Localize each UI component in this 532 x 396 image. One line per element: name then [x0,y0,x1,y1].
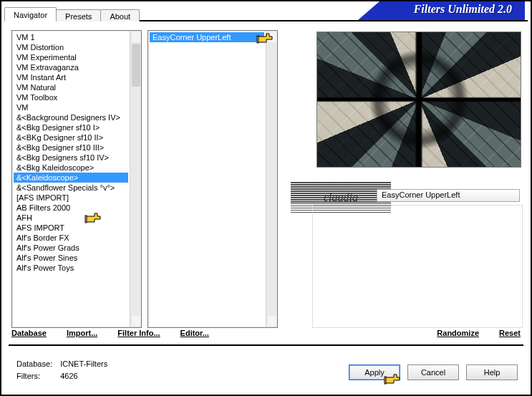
list-item[interactable]: VM Experimental [14,52,128,62]
filter-info-link[interactable]: Filter Info... [117,329,160,337]
scrollbar-vertical[interactable] [130,31,141,327]
list-item[interactable]: &<Background Designers IV> [14,112,128,122]
list-item[interactable]: Alf's Border FX [14,233,128,243]
action-link-row: Database Import... Filter Info... Editor… [11,324,521,342]
list-item[interactable]: &<Bkg Designer sf10 III> [14,143,128,153]
list-item[interactable]: [AFS IMPORT] [14,193,128,203]
list-item[interactable]: VM Toolbox [14,92,128,102]
list-item[interactable]: VM Natural [14,82,128,92]
divider-bottom [9,344,523,346]
pointer-hand-icon [84,210,107,226]
preview-kaleidoscope [317,32,521,167]
database-info: Database:ICNET-Filters Filters:4626 [14,357,115,383]
reset-link[interactable]: Reset [499,329,521,337]
tab-panel-navigator: VM 1VM DistortionVM ExperimentalVM Extra… [4,21,528,392]
list-item[interactable]: &<BKg Designer sf10 II> [14,132,128,143]
list-item[interactable]: EasyCorner UpperLeft [150,32,264,42]
scrollbar-thumb[interactable] [132,44,140,87]
preview-image [316,32,521,168]
watermark-text: claudia [324,191,358,204]
list-item[interactable]: AFH [14,213,128,223]
randomize-link[interactable]: Randomize [437,329,479,337]
pointer-hand-icon [256,30,279,46]
svg-rect-2 [385,377,386,384]
help-button[interactable]: Help [466,364,518,380]
category-listbox[interactable]: VM 1VM DistortionVM ExperimentalVM Extra… [11,30,142,328]
app-title: Filters Unlimited 2.0 [379,1,525,20]
list-item[interactable]: &<Kaleidoscope> [14,173,128,183]
scrollbar-vertical[interactable] [266,31,277,327]
footer: Database:ICNET-Filters Filters:4626 Appl… [10,350,522,387]
parameter-panel [312,205,523,328]
editor-link[interactable]: Editor... [180,329,209,337]
database-link[interactable]: Database [11,329,47,337]
filter-listbox[interactable]: EasyCorner UpperLeft [147,30,278,328]
list-item[interactable]: VM Extravaganza [14,62,128,72]
list-item[interactable]: VM Distortion [14,42,128,52]
list-item[interactable]: Alf's Power Grads [14,243,128,253]
filters-count-label: Filters: [16,371,58,382]
list-item[interactable]: &<Sandflower Specials °v°> [14,183,128,193]
category-list[interactable]: VM 1VM DistortionVM ExperimentalVM Extra… [12,31,130,327]
dialog-buttons: Apply Cancel Help [349,364,518,380]
list-item[interactable]: Alf's Power Sines [14,253,128,263]
list-item[interactable]: AB Filters 2000 [14,203,128,213]
list-item[interactable]: &<Bkg Designers sf10 IV> [14,153,128,163]
list-item[interactable]: Alf's Power Toys [14,263,128,273]
list-item[interactable]: AFS IMPORT [14,223,128,233]
svg-rect-1 [85,216,87,223]
tab-bar: Navigator Presets About [4,7,139,23]
list-item[interactable]: &<Bkg Designer sf10 I> [14,122,128,132]
filters-count-value: 4626 [59,371,113,382]
cancel-button[interactable]: Cancel [407,364,459,380]
db-value: ICNET-Filters [59,359,113,370]
list-item[interactable]: &<Bkg Kaleidoscope> [14,163,128,173]
filter-name-field: EasyCorner UpperLeft [377,189,520,202]
tab-navigator[interactable]: Navigator [4,7,57,23]
list-item[interactable]: VM [14,102,128,112]
list-item[interactable]: VM Instant Art [14,72,128,82]
import-link[interactable]: Import... [67,329,97,337]
pointer-hand-icon [384,371,407,387]
list-item[interactable]: VM 1 [14,32,128,42]
svg-rect-0 [257,36,258,43]
filter-list[interactable]: EasyCorner UpperLeft [148,31,266,327]
db-label: Database: [16,359,58,370]
